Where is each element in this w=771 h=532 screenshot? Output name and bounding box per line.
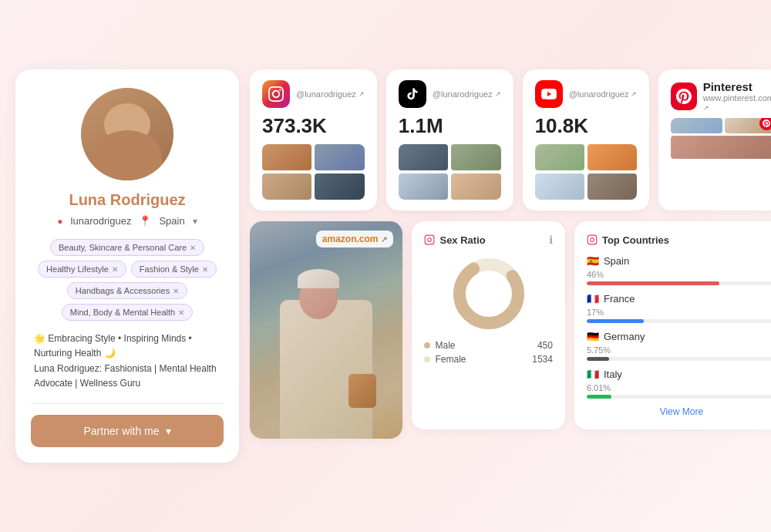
country-italy: 🇮🇹 Italy 6.01% — [587, 369, 771, 399]
instagram-card: @lunarodriguez ↗ 373.3K — [250, 69, 377, 210]
legend-female: Female 1534 — [424, 354, 552, 365]
instagram-header: @lunarodriguez ↗ — [262, 80, 365, 108]
spain-fill — [587, 281, 719, 285]
tag-remove-mental-health[interactable]: ✕ — [178, 308, 184, 317]
youtube-image-grid — [535, 144, 638, 200]
partner-button[interactable]: Partner with me ▾ — [31, 415, 224, 447]
tt-thumb-1 — [399, 144, 448, 170]
country-france: 🇫🇷 France 17% — [587, 293, 771, 323]
france-flag: 🇫🇷 — [587, 293, 599, 305]
female-dot — [424, 356, 430, 362]
tag-remove-lifestyle[interactable]: ✕ — [112, 265, 118, 274]
instagram-handle: @lunarodriguez ↗ — [296, 89, 365, 99]
tag-beauty: Beauty, Skincare & Personal Care ✕ — [50, 239, 204, 256]
profile-card: Luna Rodriguez ● lunarodriguez 📍 Spain ▾… — [15, 69, 239, 463]
pt-thumb-1 — [671, 118, 722, 133]
tags-container: Beauty, Skincare & Personal Care ✕ Healt… — [31, 239, 224, 321]
germany-flag: 🇩🇪 — [587, 331, 599, 342]
spain-pct: 46% — [587, 270, 771, 279]
instagram-count: 373.3K — [262, 114, 365, 138]
amazon-external-icon: ↗ — [381, 235, 387, 244]
france-name: France — [604, 293, 635, 305]
pinterest-external-icon: ↗ — [703, 104, 709, 112]
bio-line3: Luna Rodriguez: Fashionista | Mental Hea… — [34, 362, 221, 376]
amazon-card: amazon.com ↗ — [250, 221, 402, 439]
italy-bar — [587, 395, 771, 399]
pinterest-images — [671, 118, 771, 173]
spain-bar — [587, 281, 771, 285]
tag-label-lifestyle: Healthy Lifestyle — [46, 264, 109, 274]
france-fill — [587, 319, 644, 323]
top-countries-title: Top Countries — [587, 234, 669, 246]
pinterest-url: www.pinterest.com ↗ — [703, 93, 771, 112]
france-pct: 17% — [587, 308, 771, 317]
youtube-icon — [535, 80, 563, 108]
sex-ratio-info-icon[interactable]: ℹ — [549, 234, 553, 246]
svg-point-3 — [460, 264, 518, 323]
youtube-external-icon: ↗ — [631, 90, 637, 98]
spain-name: Spain — [604, 255, 629, 267]
partner-btn-chevron: ▾ — [166, 425, 171, 437]
spain-flag: 🇪🇸 — [587, 255, 599, 267]
italy-header: 🇮🇹 Italy — [587, 369, 771, 380]
female-label: Female — [435, 354, 466, 365]
pinterest-label: Pinterest — [703, 80, 771, 93]
top-countries-card: Top Countries ℹ 🇪🇸 Spain 46% — [574, 221, 771, 429]
profile-location: Spain — [159, 215, 184, 227]
tag-remove-handbags[interactable]: ✕ — [173, 287, 179, 295]
profile-meta: ● lunarodriguez 📍 Spain ▾ — [57, 215, 197, 227]
tiktok-external-icon: ↗ — [495, 90, 501, 98]
germany-header: 🇩🇪 Germany — [587, 331, 771, 342]
sex-ratio-legend: Male 450 Female 1534 — [424, 340, 552, 365]
yt-thumb-2 — [588, 144, 637, 170]
amazon-badge: amazon.com ↗ — [316, 231, 394, 247]
ig-thumb-3 — [262, 173, 311, 200]
top-countries-label: Top Countries — [602, 234, 669, 246]
youtube-card: @lunarodriguez ↗ 10.8K — [523, 69, 650, 210]
tiktok-icon — [399, 80, 426, 108]
chevron-icon[interactable]: ▾ — [193, 216, 197, 227]
tag-label-handbags: Handbags & Accessories — [76, 286, 170, 295]
germany-name: Germany — [604, 331, 645, 342]
tiktok-handle: @lunarodriguez ↗ — [433, 89, 501, 99]
instagram-image-grid — [262, 144, 365, 200]
pinterest-header: Pinterest www.pinterest.com ↗ — [671, 80, 771, 112]
tag-remove-fashion[interactable]: ✕ — [202, 265, 208, 274]
sex-ratio-label: Sex Ratio — [439, 234, 485, 246]
yt-thumb-3 — [535, 173, 584, 200]
tiktok-image-grid — [399, 144, 501, 200]
spain-header: 🇪🇸 Spain — [587, 255, 771, 267]
tt-thumb-4 — [451, 173, 500, 200]
bio-line4: Advocate | Wellness Guru — [34, 376, 221, 391]
yt-thumb-4 — [588, 173, 637, 200]
tag-label-beauty: Beauty, Skincare & Personal Care — [59, 243, 187, 252]
ig-thumb-4 — [315, 173, 364, 200]
tiktok-count: 1.1M — [399, 114, 501, 138]
country-spain: 🇪🇸 Spain 46% — [587, 255, 771, 285]
ig-thumb-1 — [262, 144, 311, 170]
france-header: 🇫🇷 France — [587, 293, 771, 305]
top-countries-title-row: Top Countries ℹ — [587, 234, 771, 246]
tag-label-mental-health: Mind, Body & Mental Health — [70, 308, 175, 317]
bio-line1: 🌟 Embracing Style • Inspiring Minds • — [34, 332, 221, 346]
tag-remove-beauty[interactable]: ✕ — [190, 244, 196, 252]
amazon-bg-image — [250, 221, 402, 439]
partner-btn-label: Partner with me — [83, 425, 159, 437]
bottom-row: Sex Ratio ℹ Male — [250, 221, 771, 439]
yt-thumb-1 — [535, 144, 584, 170]
right-panel: @lunarodriguez ↗ 373.3K — [250, 69, 771, 439]
profile-handle: lunarodriguez — [71, 215, 132, 227]
profile-bio: 🌟 Embracing Style • Inspiring Minds • Nu… — [31, 332, 224, 391]
sex-ratio-donut — [424, 255, 552, 332]
pt-thumb-3 — [671, 136, 771, 159]
tag-mental-health: Mind, Body & Mental Health ✕ — [62, 304, 193, 321]
amazon-label: amazon.com — [322, 234, 379, 244]
view-more-btn[interactable]: View More — [587, 406, 771, 417]
tag-label-fashion: Fashion & Style — [140, 264, 199, 274]
instagram-external-icon: ↗ — [359, 90, 365, 98]
pinterest-icon — [671, 82, 696, 110]
social-row: @lunarodriguez ↗ 373.3K — [250, 69, 771, 210]
sex-ratio-card: Sex Ratio ℹ Male — [412, 221, 564, 429]
bio-line2: Nurturing Health 🌙 — [34, 346, 221, 361]
tt-thumb-2 — [451, 144, 500, 170]
